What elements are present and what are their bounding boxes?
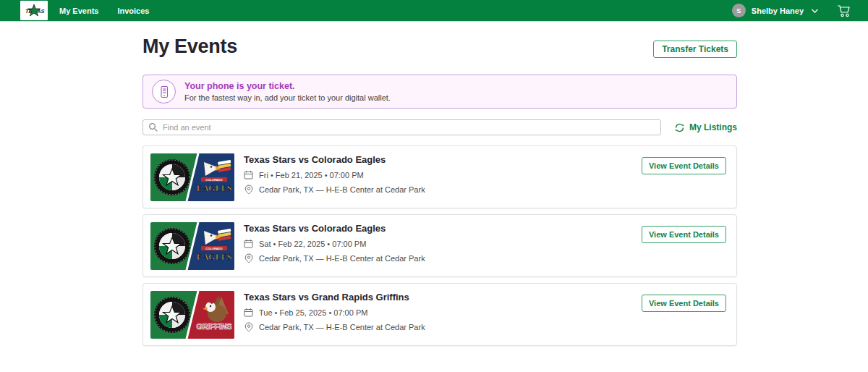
event-title[interactable]: Texas Stars vs Colorado Eagles xyxy=(244,223,425,234)
texas-stars-logo[interactable]: TE AS xyxy=(20,1,48,20)
texas-stars-roundel xyxy=(154,159,190,195)
texas-stars-roundel xyxy=(154,228,190,264)
user-name[interactable]: Shelby Haney xyxy=(752,7,804,15)
svg-text:AS: AS xyxy=(36,8,44,14)
event-card[interactable]: COLORADO EAGLES Texas Stars vs Colorado … xyxy=(142,145,737,208)
event-title[interactable]: Texas Stars vs Grand Rapids Griffins xyxy=(244,292,425,303)
phone-ticket-icon xyxy=(152,80,176,103)
event-location: Cedar Park, TX — H-E-B Center at Cedar P… xyxy=(259,185,425,194)
search-input[interactable] xyxy=(142,119,661,135)
location-pin-icon xyxy=(244,253,253,263)
transfer-tickets-button[interactable]: Transfer Tickets xyxy=(653,41,737,58)
search-icon xyxy=(148,122,158,135)
event-location-row: Cedar Park, TX — H-E-B Center at Cedar P… xyxy=(244,322,425,332)
svg-text:TE: TE xyxy=(25,8,33,14)
nav-link-my-events[interactable]: My Events xyxy=(59,7,98,15)
search-row: My Listings xyxy=(142,119,737,135)
banner-subtitle: For the fastest way in, add your ticket … xyxy=(184,93,391,102)
event-info: Texas Stars vs Grand Rapids Griffins Tue… xyxy=(244,291,425,338)
cart-icon[interactable] xyxy=(836,4,852,18)
digital-wallet-banner: Your phone is your ticket. For the faste… xyxy=(142,75,737,109)
calendar-icon xyxy=(244,170,253,179)
svg-text:COLORADO: COLORADO xyxy=(205,178,222,182)
location-pin-icon xyxy=(244,322,253,332)
banner-text: Your phone is your ticket. For the faste… xyxy=(184,81,391,102)
my-listings-link[interactable]: My Listings xyxy=(674,122,737,133)
nav-links: My Events Invoices xyxy=(59,7,149,15)
event-datetime: Fri • Feb 21, 2025 • 07:00 PM xyxy=(259,171,364,179)
banner-title: Your phone is your ticket. xyxy=(184,81,391,91)
calendar-icon xyxy=(244,239,253,248)
event-datetime: Tue • Feb 25, 2025 • 07:00 PM xyxy=(259,308,367,317)
chevron-down-icon[interactable] xyxy=(811,8,819,14)
event-info: Texas Stars vs Colorado Eagles Fri • Feb… xyxy=(244,153,425,200)
event-location-row: Cedar Park, TX — H-E-B Center at Cedar P… xyxy=(244,253,425,263)
view-event-details-button[interactable]: View Event Details xyxy=(642,226,726,243)
event-info: Texas Stars vs Colorado Eagles Sat • Feb… xyxy=(244,222,425,269)
svg-text:COLORADO: COLORADO xyxy=(205,247,222,250)
navbar-right: S Shelby Haney xyxy=(732,4,852,18)
event-location: Cedar Park, TX — H-E-B Center at Cedar P… xyxy=(259,254,425,263)
event-thumbnail-stars-vs-eagles: COLORADO EAGLES xyxy=(150,153,234,201)
event-datetime-row: Fri • Feb 21, 2025 • 07:00 PM xyxy=(244,170,425,179)
location-pin-icon xyxy=(244,185,253,195)
texas-stars-roundel xyxy=(154,297,190,333)
page-header: My Events Transfer Tickets xyxy=(142,35,737,58)
svg-text:EAGLES: EAGLES xyxy=(197,183,232,193)
my-listings-label: My Listings xyxy=(689,122,737,132)
event-title[interactable]: Texas Stars vs Colorado Eagles xyxy=(244,154,425,165)
event-location-row: Cedar Park, TX — H-E-B Center at Cedar P… xyxy=(244,185,425,195)
event-datetime: Sat • Feb 22, 2025 • 07:00 PM xyxy=(259,240,366,248)
event-datetime-row: Sat • Feb 22, 2025 • 07:00 PM xyxy=(244,239,425,248)
event-card[interactable]: COLORADO EAGLES Texas Stars vs Colorado … xyxy=(142,214,737,277)
view-event-details-button[interactable]: View Event Details xyxy=(642,157,726,174)
event-datetime-row: Tue • Feb 25, 2025 • 07:00 PM xyxy=(244,308,425,317)
page-title: My Events xyxy=(142,35,237,58)
event-location: Cedar Park, TX — H-E-B Center at Cedar P… xyxy=(259,323,425,331)
event-thumbnail-stars-vs-eagles: COLORADO EAGLES xyxy=(150,222,234,270)
main-content: My Events Transfer Tickets Your phone is… xyxy=(142,35,737,346)
calendar-icon xyxy=(244,308,253,317)
event-thumbnail-stars-vs-griffins: GRIFFINS xyxy=(150,291,234,339)
event-card[interactable]: GRIFFINS Texas Stars vs Grand Rapids Gri… xyxy=(142,283,737,346)
view-event-details-button[interactable]: View Event Details xyxy=(642,295,726,312)
nav-link-invoices[interactable]: Invoices xyxy=(117,7,149,15)
texas-stars-wordmark-icon: TE AS xyxy=(22,2,46,19)
avatar[interactable]: S xyxy=(732,4,746,17)
svg-text:GRIFFINS: GRIFFINS xyxy=(197,322,232,331)
events-list: COLORADO EAGLES Texas Stars vs Colorado … xyxy=(142,145,737,346)
search-wrap xyxy=(142,119,661,135)
top-navbar: TE AS My Events Invoices S Shelby Haney xyxy=(0,0,868,22)
refresh-icon xyxy=(674,122,685,133)
svg-text:EAGLES: EAGLES xyxy=(197,252,232,262)
